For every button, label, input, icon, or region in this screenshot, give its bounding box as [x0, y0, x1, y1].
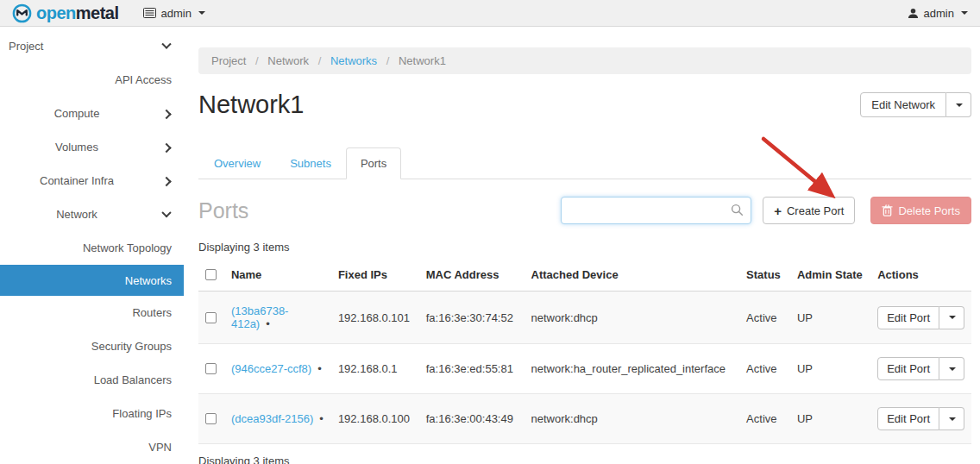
- project-context-dropdown[interactable]: admin: [143, 7, 205, 20]
- status-cell: Active: [739, 292, 790, 344]
- tab-subnets[interactable]: Subnets: [275, 147, 346, 179]
- edit-network-dropdown-toggle[interactable]: [946, 92, 971, 117]
- trash-icon: [882, 204, 893, 216]
- column-header-admin-state[interactable]: Admin State: [790, 261, 870, 292]
- caret-down-icon: [949, 367, 956, 371]
- breadcrumb: Project / Network / Networks / Network1: [198, 47, 971, 74]
- column-header-fixed-ips[interactable]: Fixed IPs: [331, 261, 419, 292]
- table-row: (dcea93df-2156)• 192.168.0.100 fa:16:3e:…: [198, 394, 971, 444]
- tab-overview[interactable]: Overview: [199, 147, 275, 179]
- create-port-button[interactable]: + Create Port: [763, 197, 855, 224]
- edit-port-button[interactable]: Edit Port: [877, 407, 939, 430]
- brand-metal-text: metal: [76, 3, 119, 22]
- chevron-down-icon: [161, 39, 171, 48]
- user-icon: [908, 8, 919, 19]
- chevron-right-icon: [161, 109, 171, 118]
- admin-state-cell: UP: [790, 344, 870, 394]
- ports-section-heading: Ports: [198, 198, 248, 223]
- detail-tabs: Overview Subnets Ports: [198, 147, 971, 179]
- items-count-bottom: Displaying 3 items: [198, 455, 971, 464]
- port-name-link[interactable]: (946cce27-ccf8): [231, 362, 311, 375]
- edit-port-button[interactable]: Edit Port: [877, 306, 939, 329]
- bullet-glyph: •: [317, 362, 322, 375]
- fixed-ip-cell: 192.168.0.101: [331, 292, 419, 344]
- caret-down-icon: [956, 103, 963, 107]
- context-label: admin: [161, 7, 192, 20]
- port-name-link[interactable]: (dcea93df-2156): [231, 412, 313, 425]
- select-all-checkbox[interactable]: [205, 269, 217, 280]
- fixed-ip-cell: 192.168.0.100: [331, 394, 419, 444]
- column-header-status[interactable]: Status: [739, 261, 790, 292]
- ports-table: Name Fixed IPs MAC Address Attached Devi…: [198, 261, 971, 444]
- bullet-glyph: •: [266, 317, 270, 330]
- sidebar-item-routers[interactable]: Routers: [0, 296, 184, 329]
- sidebar-item-api-access[interactable]: API Access: [0, 63, 184, 97]
- brand-open-text: open: [36, 3, 76, 22]
- caret-down-icon: [198, 11, 205, 15]
- sidebar-item-load-balancers[interactable]: Load Balancers: [0, 363, 184, 397]
- main-content: Project / Network / Networks / Network1 …: [184, 27, 980, 464]
- breadcrumb-project: Project: [211, 54, 246, 67]
- sidebar-nav: Project API Access Compute Volumes Conta…: [0, 27, 184, 464]
- edit-port-dropdown-toggle[interactable]: [939, 357, 964, 380]
- ports-search-input[interactable]: [561, 197, 751, 224]
- items-count-top: Displaying 3 items: [198, 241, 971, 254]
- sidebar-item-network-topology[interactable]: Network Topology: [0, 231, 184, 265]
- column-header-actions: Actions: [870, 261, 971, 292]
- caret-down-icon: [949, 316, 956, 319]
- openmetal-logo[interactable]: openmetal: [12, 3, 119, 23]
- admin-state-cell: UP: [790, 394, 870, 444]
- mac-cell: fa:16:3e:30:74:52: [419, 292, 525, 344]
- sidebar-item-compute[interactable]: Compute: [0, 97, 184, 130]
- user-label: admin: [924, 7, 954, 20]
- attached-device-cell: network:dhcp: [525, 394, 740, 444]
- breadcrumb-networks-link[interactable]: Networks: [330, 54, 377, 67]
- status-cell: Active: [739, 344, 790, 394]
- sidebar-item-networks-active[interactable]: Networks: [0, 265, 184, 296]
- chevron-down-icon: [161, 208, 171, 217]
- breadcrumb-network: Network: [267, 54, 309, 67]
- mac-cell: fa:16:3e:ed:55:81: [419, 344, 525, 394]
- caret-down-icon: [949, 417, 956, 421]
- table-row: (13ba6738-412a)• 192.168.0.101 fa:16:3e:…: [198, 292, 971, 344]
- fixed-ip-cell: 192.168.0.1: [331, 344, 419, 394]
- attached-device-cell: network:ha_router_replicated_interface: [525, 344, 740, 394]
- breadcrumb-network1: Network1: [399, 54, 446, 67]
- admin-state-cell: UP: [790, 292, 870, 344]
- sidebar-item-floating-ips[interactable]: Floating IPs: [0, 397, 184, 430]
- row-checkbox[interactable]: [205, 363, 217, 374]
- sidebar-item-security-groups[interactable]: Security Groups: [0, 329, 184, 363]
- table-header-row: Name Fixed IPs MAC Address Attached Devi…: [198, 261, 971, 292]
- plus-icon: +: [774, 204, 782, 217]
- tab-ports[interactable]: Ports: [346, 147, 401, 179]
- mac-cell: fa:16:3e:00:43:49: [419, 394, 525, 444]
- column-header-name[interactable]: Name: [224, 261, 331, 292]
- sidebar-item-volumes[interactable]: Volumes: [0, 130, 184, 164]
- delete-ports-button[interactable]: Delete Ports: [870, 197, 971, 224]
- sidebar-item-container-infra[interactable]: Container Infra: [0, 164, 184, 198]
- column-header-mac[interactable]: MAC Address: [419, 261, 525, 292]
- chevron-right-icon: [161, 176, 171, 185]
- search-icon: [731, 204, 744, 219]
- top-navbar: openmetal admin admin: [0, 0, 980, 27]
- table-row: (946cce27-ccf8)• 192.168.0.1 fa:16:3e:ed…: [198, 344, 971, 394]
- edit-port-dropdown-toggle[interactable]: [939, 306, 964, 329]
- port-name-link[interactable]: (13ba6738-412a): [231, 304, 289, 330]
- sidebar-item-vpn[interactable]: VPN: [0, 430, 184, 464]
- status-cell: Active: [739, 394, 790, 444]
- page-title: Network1: [198, 91, 305, 118]
- edit-port-dropdown-toggle[interactable]: [939, 407, 964, 430]
- domain-list-icon: [143, 8, 156, 18]
- sidebar-item-network[interactable]: Network: [0, 198, 184, 231]
- row-checkbox[interactable]: [205, 413, 217, 424]
- sidebar-item-project[interactable]: Project: [0, 29, 184, 63]
- row-checkbox[interactable]: [205, 312, 217, 323]
- chevron-right-icon: [161, 142, 171, 152]
- bullet-glyph: •: [319, 412, 324, 425]
- caret-down-icon: [961, 11, 968, 15]
- sidebar-project-label: Project: [9, 40, 43, 53]
- edit-network-button[interactable]: Edit Network: [860, 92, 946, 117]
- user-menu-dropdown[interactable]: admin: [908, 7, 968, 20]
- column-header-attached-device[interactable]: Attached Device: [525, 261, 740, 292]
- edit-port-button[interactable]: Edit Port: [877, 357, 939, 380]
